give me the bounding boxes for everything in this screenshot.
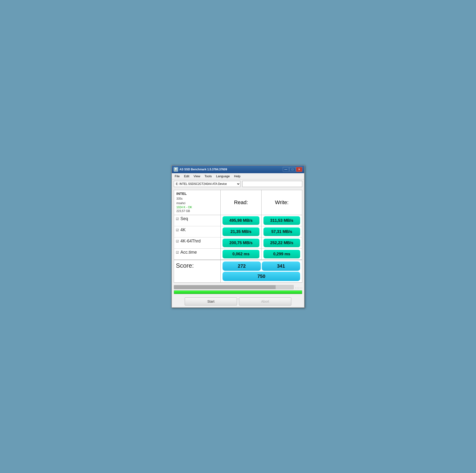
4k64-label: ☑ 4K-64Thrd [176,239,219,244]
maximize-button[interactable]: □ [289,167,296,172]
bench-row-seq: ☑ Seq 495,98 MB/s 311,53 MB/s [174,215,302,226]
menu-file[interactable]: File [173,174,182,179]
4k-write-value: 57,31 MB/s [263,227,300,236]
window-title: AS SSD Benchmark 1.5.3784.37609 [179,168,283,171]
score-total-value: 750 [222,272,300,281]
progress-green-outer [174,290,302,294]
acctime-label: ☑ Acc.time [176,250,219,255]
main-window: 📊 AS SSD Benchmark 1.5.3784.37609 — □ ✕ … [171,165,305,308]
abort-button[interactable]: Abort [239,297,291,305]
minimize-button[interactable]: — [283,167,289,172]
menu-language[interactable]: Language [214,174,232,179]
acctime-checkbox[interactable]: ☑ [176,251,179,254]
seq-label: ☑ Seq [176,216,219,221]
device-status: 1024 K - OK [176,205,218,209]
menu-help[interactable]: Help [232,174,242,179]
menu-edit[interactable]: Edit [182,174,191,179]
seq-write-value: 311,53 MB/s [263,216,300,225]
menu-view[interactable]: View [192,174,202,179]
4k-label: ☑ 4K [176,227,219,233]
menu-bar: File Edit View Tools Language Help [172,173,304,179]
read-header: Read: [221,190,261,215]
score-read-value: 272 [222,261,261,271]
4k64-write-value: 252,22 MB/s [263,239,300,247]
start-button[interactable]: Start [185,297,237,305]
header-row: INTEL 335s msahci 1024 K - OK 223,57 GB … [174,190,302,215]
4k-checkbox[interactable]: ☑ [176,228,179,232]
device-name: INTEL [176,191,218,196]
menu-tools[interactable]: Tools [203,174,214,179]
seq-read-value: 495,98 MB/s [222,216,259,225]
toolbar: E: INTEL SSDSC2CT240A4 ATA Device [172,179,304,188]
progress-bar-outer [174,285,294,289]
device-capacity: 223,57 GB [176,209,218,213]
benchmark-table: INTEL 335s msahci 1024 K - OK 223,57 GB … [174,190,302,283]
buttons-row: Start Abort [172,296,304,307]
4k64-read-value: 200,75 MB/s [222,239,259,247]
close-button[interactable]: ✕ [296,167,302,172]
write-header: Write: [261,190,302,215]
device-driver: msahci [176,201,218,205]
acctime-write-value: 0,299 ms [263,250,300,258]
progress-section: - - : - - [172,284,304,296]
device-selector-wrapper: E: INTEL SSDSC2CT240A4 ATA Device [174,181,240,187]
device-info-cell: INTEL 335s msahci 1024 K - OK 223,57 GB [174,190,221,215]
acctime-read-value: 0,062 ms [222,250,259,258]
4k-read-value: 21,35 MB/s [222,227,259,236]
bench-row-4k64: ☑ 4K-64Thrd 200,75 MB/s 252,22 MB/s [174,237,302,249]
4k64-checkbox[interactable]: ☑ [176,239,179,243]
score-label: Score: [176,262,219,269]
info-field[interactable] [242,181,302,187]
bench-row-4k: ☑ 4K 21,35 MB/s 57,31 MB/s [174,226,302,237]
app-icon: 📊 [174,167,178,171]
progress-green-inner [174,290,302,294]
window-controls: — □ ✕ [283,167,302,172]
progress-bar-inner [174,285,276,289]
title-bar: 📊 AS SSD Benchmark 1.5.3784.37609 — □ ✕ [172,166,304,173]
seq-checkbox[interactable]: ☑ [176,217,179,221]
score-row: Score: 272 341 750 [174,260,302,283]
device-model: 335s [176,197,218,201]
main-content: INTEL 335s msahci 1024 K - OK 223,57 GB … [172,188,304,284]
score-write-value: 341 [262,261,300,271]
score-sub-row: 272 341 [222,261,300,272]
bench-row-acctime: ☑ Acc.time 0,062 ms 0,299 ms [174,249,302,260]
device-selector[interactable]: E: INTEL SSDSC2CT240A4 ATA Device [174,181,240,187]
progress-time: - - : - - [295,286,302,289]
